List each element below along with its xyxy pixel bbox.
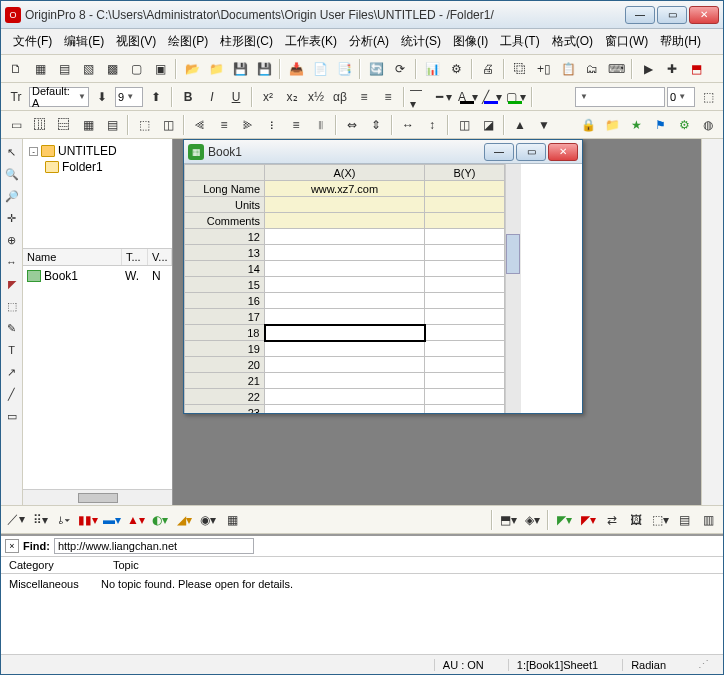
list-header-type[interactable]: T... xyxy=(122,249,148,265)
flag-icon[interactable]: ⚑ xyxy=(649,114,671,136)
align-center-icon[interactable]: ≡ xyxy=(213,114,235,136)
results-log-icon[interactable]: 📋 xyxy=(557,58,579,80)
menu-tools[interactable]: 工具(T) xyxy=(494,31,545,52)
superscript-button[interactable]: x² xyxy=(257,86,279,108)
menu-analysis[interactable]: 分析(A) xyxy=(343,31,395,52)
stock-plot-icon[interactable]: ⬚▾ xyxy=(649,509,671,531)
supersubscript-button[interactable]: x½ xyxy=(305,86,327,108)
surface-plot-icon[interactable]: ◢▾ xyxy=(173,509,195,531)
import-ascii-icon[interactable]: 📄 xyxy=(309,58,331,80)
worksheet[interactable]: A(X)B(Y)Long Namewww.xz7.comUnitsComment… xyxy=(184,164,582,413)
collapse-icon[interactable]: - xyxy=(29,147,38,156)
new-workbook-icon[interactable]: ▦ xyxy=(29,58,51,80)
3d-bars-icon[interactable]: ⬒▾ xyxy=(497,509,519,531)
zoom-in-tool-icon[interactable]: 🔍 xyxy=(3,165,21,183)
project-tree[interactable]: - UNTITLED Folder1 xyxy=(23,139,172,249)
add-column-icon[interactable]: +▯ xyxy=(533,58,555,80)
menu-edit[interactable]: 编辑(E) xyxy=(58,31,110,52)
align-top-icon[interactable]: ⫶ xyxy=(261,114,283,136)
new-excel-icon[interactable]: ▤ xyxy=(53,58,75,80)
workbook-maximize-button[interactable]: ▭ xyxy=(516,143,546,161)
menu-file[interactable]: 文件(F) xyxy=(7,31,58,52)
image-plot-icon[interactable]: 🖼 xyxy=(625,509,647,531)
menu-view[interactable]: 视图(V) xyxy=(110,31,162,52)
menu-worksheet[interactable]: 工作表(K) xyxy=(279,31,343,52)
code-builder-icon[interactable]: ⌨ xyxy=(605,58,627,80)
same-height-icon[interactable]: ↕ xyxy=(421,114,443,136)
menu-image[interactable]: 图像(I) xyxy=(447,31,494,52)
line-tool-icon[interactable]: ╱ xyxy=(3,385,21,403)
text-tool-icon-2[interactable]: T xyxy=(3,341,21,359)
lock-yellow-icon[interactable]: 🔒 xyxy=(577,114,599,136)
rect-tool-icon[interactable]: ▭ xyxy=(3,407,21,425)
open-template-icon[interactable]: 📁 xyxy=(205,58,227,80)
right-number-combo[interactable]: 0▼ xyxy=(667,87,695,107)
save-template-icon[interactable]: 💾 xyxy=(253,58,275,80)
merge-icon[interactable]: ◫ xyxy=(157,114,179,136)
greek-button[interactable]: αβ xyxy=(329,86,351,108)
group-icon[interactable]: ◫ xyxy=(453,114,475,136)
status-dot-icon[interactable]: ◍ xyxy=(697,114,719,136)
region-tool-icon[interactable]: ⬚ xyxy=(3,297,21,315)
align-middle-icon[interactable]: ≡ xyxy=(285,114,307,136)
project-explorer-icon[interactable]: 🗂 xyxy=(581,58,603,80)
menu-column[interactable]: 柱形图(C) xyxy=(214,31,279,52)
arrow-tool-icon[interactable]: ↗ xyxy=(3,363,21,381)
decrease-indent-icon[interactable]: ≡ xyxy=(377,86,399,108)
style-combo[interactable]: ▼ xyxy=(575,87,665,107)
menu-plot[interactable]: 绘图(P) xyxy=(162,31,214,52)
worksheet-scrollbar[interactable] xyxy=(505,164,521,413)
distribute-v-icon[interactable]: ⇕ xyxy=(365,114,387,136)
ternary-plot-icon[interactable]: ▥ xyxy=(697,509,719,531)
template-plot-icon[interactable]: ▦ xyxy=(221,509,243,531)
find-results-row[interactable]: Miscellaneous No topic found. Please ope… xyxy=(1,574,723,594)
font-size-combo[interactable]: 9▼ xyxy=(115,87,143,107)
front-icon[interactable]: ▲ xyxy=(509,114,531,136)
pie-plot-icon[interactable]: ◐▾ xyxy=(149,509,171,531)
list-item[interactable]: Book1 W. N xyxy=(25,268,170,284)
align-bottom-icon[interactable]: ⫴ xyxy=(309,114,331,136)
back-icon[interactable]: ▼ xyxy=(533,114,555,136)
find-input[interactable] xyxy=(54,538,254,554)
digitizer-icon[interactable]: ✚ xyxy=(661,58,683,80)
duplicate-icon[interactable]: ⿻ xyxy=(509,58,531,80)
recalc-icon[interactable]: ⟳ xyxy=(389,58,411,80)
new-project-icon[interactable]: 🗋 xyxy=(5,58,27,80)
unknown-right-icon[interactable]: ⬚ xyxy=(697,86,719,108)
menu-statistics[interactable]: 统计(S) xyxy=(395,31,447,52)
mask-red-icon[interactable]: ◤▾ xyxy=(577,509,599,531)
layout-4-icon[interactable]: ▦ xyxy=(77,114,99,136)
scatter-plot-icon[interactable]: ⠿▾ xyxy=(29,509,51,531)
bold-button[interactable]: B xyxy=(177,86,199,108)
same-width-icon[interactable]: ↔ xyxy=(397,114,419,136)
transfer-icon[interactable]: ⬒ xyxy=(685,58,707,80)
line-color-button[interactable]: ╱▾ xyxy=(481,86,503,108)
zoom-out-tool-icon[interactable]: 🔎 xyxy=(3,187,21,205)
tree-root[interactable]: - UNTITLED xyxy=(27,143,168,159)
pointer-tool-icon[interactable]: ↖ xyxy=(3,143,21,161)
column-plot-icon[interactable]: ▮▮▾ xyxy=(77,509,99,531)
italic-button[interactable]: I xyxy=(201,86,223,108)
data-reader-tool-icon[interactable]: ⊕ xyxy=(3,231,21,249)
3d-surface-icon[interactable]: ◈▾ xyxy=(521,509,543,531)
font-size-up-icon[interactable]: ⬆ xyxy=(145,86,167,108)
data-selector-tool-icon[interactable]: ↔ xyxy=(3,253,21,271)
resize-grip-icon[interactable]: ⋰ xyxy=(690,658,717,671)
batch-icon[interactable]: 📊 xyxy=(421,58,443,80)
star-icon[interactable]: ★ xyxy=(625,114,647,136)
swap-mask-icon[interactable]: ⇄ xyxy=(601,509,623,531)
workbook-window[interactable]: ▦ Book1 — ▭ ✕ A(X)B(Y)Long Namewww.xz7.c… xyxy=(183,139,583,414)
draw-data-tool-icon[interactable]: ✎ xyxy=(3,319,21,337)
new-layout-icon[interactable]: ▢ xyxy=(125,58,147,80)
menu-window[interactable]: 窗口(W) xyxy=(599,31,654,52)
fill-color-button[interactable]: ▢▾ xyxy=(505,86,527,108)
vector-plot-icon[interactable]: ▤ xyxy=(673,509,695,531)
layout-5-icon[interactable]: ▤ xyxy=(101,114,123,136)
explorer-scrollbar[interactable] xyxy=(23,489,172,505)
find-header-topic[interactable]: Topic xyxy=(113,559,139,571)
ungroup-icon[interactable]: ◪ xyxy=(477,114,499,136)
bar-plot-icon[interactable]: ▬▾ xyxy=(101,509,123,531)
font-name-combo[interactable]: Default: A▼ xyxy=(29,87,89,107)
save-icon[interactable]: 💾 xyxy=(229,58,251,80)
area-plot-icon[interactable]: ▲▾ xyxy=(125,509,147,531)
